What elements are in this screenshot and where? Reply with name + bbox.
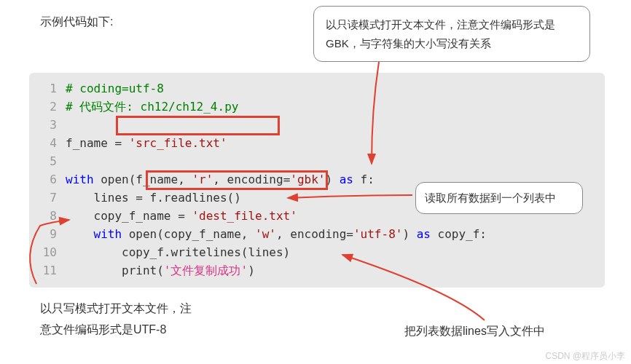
line-number: 7 bbox=[29, 189, 66, 207]
code-line: 10 copy_f.writelines(lines) bbox=[29, 244, 605, 262]
line-content: # 代码文件: ch12/ch12_4.py bbox=[66, 98, 605, 116]
callout-readonly-mode: 以只读模式打开文本文件，注意文件编码形式是GBK，与字符集的大小写没有关系 bbox=[313, 6, 590, 62]
line-number: 2 bbox=[29, 98, 66, 116]
line-content: print('文件复制成功') bbox=[66, 262, 605, 280]
code-line: 1# coding=utf-8 bbox=[29, 80, 605, 98]
line-number: 6 bbox=[29, 171, 66, 189]
callout-read-all: 读取所有数据到一个列表中 bbox=[415, 182, 583, 214]
note-write-mode: 以只写模式打开文本文件，注 意文件编码形式是UTF-8 bbox=[40, 298, 192, 341]
line-content: # coding=utf-8 bbox=[66, 80, 605, 98]
line-content: with open(copy_f_name, 'w', encoding='ut… bbox=[66, 226, 605, 244]
note-write-lines: 把列表数据lines写入文件中 bbox=[404, 324, 545, 339]
note-write-mode-l1: 以只写模式打开文本文件，注 bbox=[40, 298, 192, 320]
watermark: CSDN @程序员小李 bbox=[545, 350, 625, 363]
line-number: 11 bbox=[29, 262, 66, 280]
line-number: 10 bbox=[29, 244, 66, 262]
code-block: 1# coding=utf-82# 代码文件: ch12/ch12_4.py34… bbox=[29, 73, 605, 288]
line-number: 1 bbox=[29, 80, 66, 98]
line-number: 8 bbox=[29, 207, 66, 226]
line-number: 4 bbox=[29, 135, 66, 153]
code-line: 9 with open(copy_f_name, 'w', encoding='… bbox=[29, 226, 605, 244]
note-write-mode-l2: 意文件编码形式是UTF-8 bbox=[40, 320, 192, 341]
line-number: 3 bbox=[29, 116, 66, 135]
code-line: 3 bbox=[29, 116, 605, 135]
page-title: 示例代码如下: bbox=[40, 15, 113, 30]
code-line: 11 print('文件复制成功') bbox=[29, 262, 605, 280]
line-content: f_name = 'src_file.txt' bbox=[66, 135, 605, 153]
code-line: 4f_name = 'src_file.txt' bbox=[29, 135, 605, 153]
line-number: 5 bbox=[29, 153, 66, 171]
code-line: 2# 代码文件: ch12/ch12_4.py bbox=[29, 98, 605, 116]
code-line: 5 bbox=[29, 153, 605, 171]
line-number: 9 bbox=[29, 226, 66, 244]
line-content: copy_f.writelines(lines) bbox=[66, 244, 605, 262]
